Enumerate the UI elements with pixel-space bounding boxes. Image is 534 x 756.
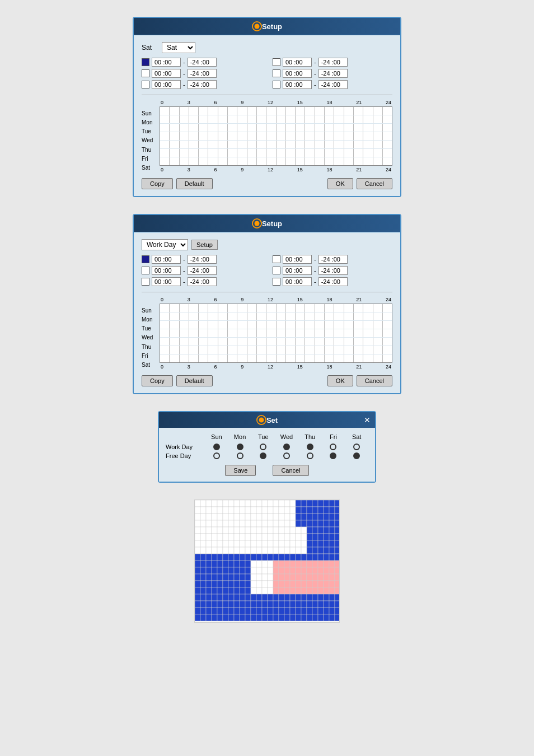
schedule-cell-1-20[interactable] [354,115,363,123]
schedule-cell-0-16[interactable] [315,304,325,312]
schedule-cell-2-14[interactable] [296,321,305,329]
schedule-cell-5-18[interactable] [334,346,344,354]
schedule-cell-1-9[interactable] [247,115,257,123]
schedule-cell-6-20[interactable] [354,354,363,362]
schedule-cell-3-8[interactable] [237,132,247,140]
schedule-cell-5-22[interactable] [373,346,383,354]
schedule-cell-0-22[interactable] [373,107,383,115]
schedule-cell-0-2[interactable] [180,304,189,312]
schedule-cell-4-10[interactable] [257,338,266,346]
time-field-d2-2a[interactable] [152,266,181,275]
schedule-cell-4-6[interactable] [218,141,228,148]
schedule-cell-6-8[interactable] [237,157,247,165]
schedule-cell-3-18[interactable] [334,132,344,140]
schedule-cell-3-12[interactable] [277,132,286,140]
schedule-row-6[interactable] [160,157,392,165]
schedule-cell-2-14[interactable] [296,124,305,132]
time-field-d2-1a[interactable] [152,255,181,264]
schedule-cell-2-16[interactable] [315,124,325,132]
copy-button-1[interactable]: Copy [142,178,173,189]
schedule-row-0[interactable] [160,304,392,312]
schedule-cell-0-8[interactable] [237,107,247,115]
schedule-cell-5-8[interactable] [237,149,247,157]
schedule-cell-1-14[interactable] [296,115,305,123]
schedule-cell-2-8[interactable] [237,321,247,329]
schedule-cell-3-3[interactable] [189,132,199,140]
schedule-cell-2-18[interactable] [334,124,344,132]
save-button[interactable]: Save [225,465,256,476]
schedule-cell-5-5[interactable] [208,346,218,354]
checkbox-d2-1-right[interactable] [273,255,280,263]
schedule-cell-0-15[interactable] [305,304,315,312]
schedule-cell-2-10[interactable] [257,124,266,132]
schedule-cell-2-22[interactable] [373,321,383,329]
schedule-cell-3-5[interactable] [208,329,218,337]
schedule-cell-0-7[interactable] [228,304,237,312]
schedule-cell-4-20[interactable] [354,141,363,148]
checkbox-d2-2-left[interactable] [142,267,149,274]
schedule-cell-6-1[interactable] [170,157,179,165]
schedule-cell-5-15[interactable] [305,346,315,354]
schedule-cell-0-11[interactable] [266,107,276,115]
schedule-cell-2-1[interactable] [170,124,179,132]
checkbox-1-right[interactable] [273,58,280,66]
schedule-cell-6-19[interactable] [344,157,354,165]
schedule-cell-6-7[interactable] [228,157,237,165]
schedule-cell-1-8[interactable] [237,115,247,123]
schedule-cell-3-2[interactable] [180,132,189,140]
schedule-cell-5-21[interactable] [363,149,373,157]
schedule-cell-5-4[interactable] [199,346,208,354]
schedule-cell-0-15[interactable] [305,107,315,115]
schedule-cell-3-1[interactable] [170,132,179,140]
schedule-cell-0-16[interactable] [315,107,325,115]
schedule-cell-5-19[interactable] [344,149,354,157]
schedule-cell-5-23[interactable] [383,346,392,354]
schedule-cell-0-1[interactable] [170,107,179,115]
schedule-cell-2-7[interactable] [228,321,237,329]
schedule-cell-6-17[interactable] [325,354,334,362]
schedule-cell-2-19[interactable] [344,321,354,329]
schedule-cell-3-11[interactable] [266,132,276,140]
schedule-cell-0-6[interactable] [218,107,228,115]
schedule-cell-6-20[interactable] [354,157,363,165]
time-field-d2-1c[interactable] [283,255,312,264]
schedule-cell-2-23[interactable] [383,321,392,329]
schedule-cell-4-21[interactable] [363,141,373,148]
schedule-cell-5-7[interactable] [228,149,237,157]
schedule-cell-4-19[interactable] [344,141,354,148]
schedule-cell-2-11[interactable] [266,321,276,329]
schedule-cell-1-16[interactable] [315,312,325,320]
schedule-cell-1-22[interactable] [373,312,383,320]
schedule-cell-6-10[interactable] [257,354,266,362]
schedule-cell-5-2[interactable] [180,346,189,354]
schedule-cell-2-21[interactable] [363,124,373,132]
time-field-1d[interactable] [318,58,348,67]
schedule-cell-4-23[interactable] [383,141,392,148]
schedule-cell-3-5[interactable] [208,132,218,140]
schedule-cell-0-10[interactable] [257,107,266,115]
time-field-1a[interactable] [152,58,181,67]
schedule-cell-2-11[interactable] [266,124,276,132]
freeday-tue-radio[interactable] [260,452,266,459]
schedule-cell-2-2[interactable] [180,124,189,132]
schedule-cell-5-18[interactable] [334,149,344,157]
schedule-cell-4-21[interactable] [363,338,373,346]
schedule-cell-3-14[interactable] [296,132,305,140]
schedule-cell-5-20[interactable] [354,149,363,157]
schedule-cell-6-4[interactable] [199,157,208,165]
time-field-d2-3b[interactable] [188,277,217,286]
schedule-cell-4-22[interactable] [373,141,383,148]
schedule-cell-3-6[interactable] [218,329,228,337]
schedule-cell-6-22[interactable] [373,354,383,362]
dialog2-schedule-grid[interactable] [160,304,392,363]
schedule-cell-2-0[interactable] [160,321,170,329]
schedule-cell-6-14[interactable] [296,354,305,362]
workday-thu-radio[interactable] [307,444,313,450]
schedule-cell-1-19[interactable] [344,115,354,123]
time-field-1b[interactable] [188,58,217,67]
schedule-cell-3-10[interactable] [257,329,266,337]
checkbox-d2-1-left[interactable] [142,255,149,263]
workday-fri-radio[interactable] [330,444,336,450]
schedule-cell-5-6[interactable] [218,149,228,157]
default-button-2[interactable]: Default [176,375,213,386]
